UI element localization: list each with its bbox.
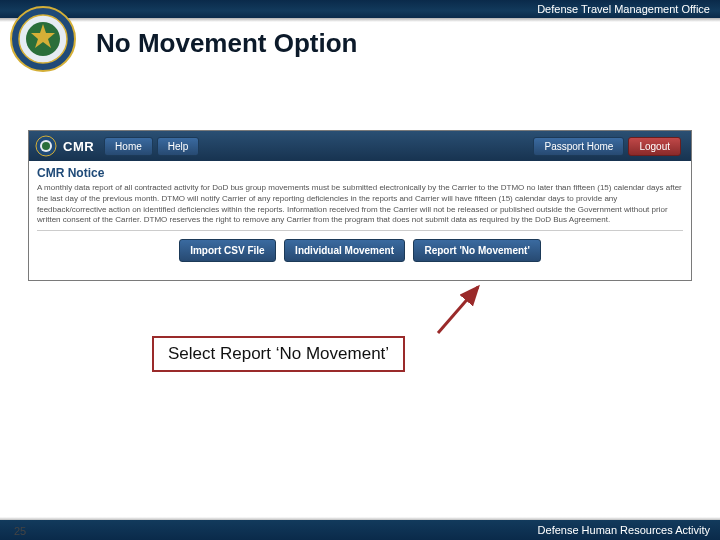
svg-point-5 bbox=[42, 142, 50, 150]
page-number: 25 bbox=[14, 525, 26, 537]
footer-bar: Defense Human Resources Activity bbox=[0, 520, 720, 540]
nav-passport-home-button[interactable]: Passport Home bbox=[533, 137, 624, 156]
notice-title: CMR Notice bbox=[37, 166, 683, 180]
dod-seal-icon bbox=[10, 6, 76, 72]
action-row: Import CSV File Individual Movement Repo… bbox=[37, 239, 683, 272]
header-bar: Defense Travel Management Office bbox=[0, 0, 720, 18]
nav-logout-button[interactable]: Logout bbox=[628, 137, 681, 156]
nav-help-button[interactable]: Help bbox=[157, 137, 200, 156]
footer-org: Defense Human Resources Activity bbox=[538, 524, 710, 536]
app-header: CMR Home Help Passport Home Logout bbox=[29, 131, 691, 161]
app-seal-icon bbox=[35, 135, 57, 157]
slide-title: No Movement Option bbox=[96, 28, 357, 59]
individual-movement-button[interactable]: Individual Movement bbox=[284, 239, 405, 262]
header-org: Defense Travel Management Office bbox=[537, 3, 710, 15]
callout-box: Select Report ‘No Movement’ bbox=[152, 336, 405, 372]
import-csv-button[interactable]: Import CSV File bbox=[179, 239, 275, 262]
divider bbox=[37, 230, 683, 231]
callout-arrow-icon bbox=[430, 279, 490, 339]
header-shadow bbox=[0, 18, 720, 22]
notice-body: A monthly data report of all contracted … bbox=[37, 183, 683, 226]
nav-home-button[interactable]: Home bbox=[104, 137, 153, 156]
app-screenshot: CMR Home Help Passport Home Logout CMR N… bbox=[28, 130, 692, 281]
report-no-movement-button[interactable]: Report 'No Movement' bbox=[413, 239, 540, 262]
svg-line-6 bbox=[438, 287, 478, 333]
callout-text: Select Report ‘No Movement’ bbox=[168, 344, 389, 363]
app-brand: CMR bbox=[63, 139, 94, 154]
notice-panel: CMR Notice A monthly data report of all … bbox=[29, 161, 691, 280]
